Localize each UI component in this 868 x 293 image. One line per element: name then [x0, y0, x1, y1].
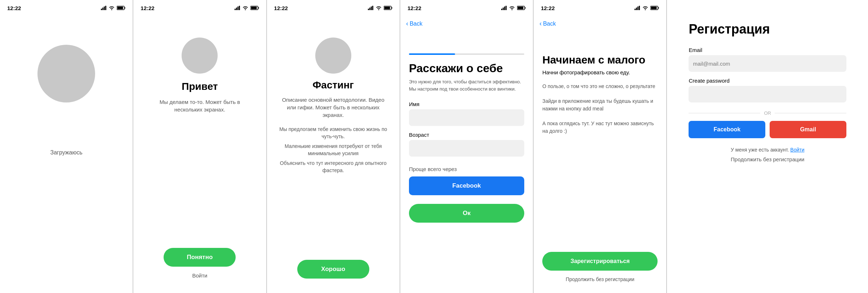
progress-bar-4 [409, 53, 524, 55]
screen-start: 12:22 ‹ Back Начинаем с малого Начни фот… [534, 0, 667, 293]
status-icons-1 [101, 6, 125, 10]
status-time-4: 12:22 [408, 5, 421, 11]
svg-rect-1 [102, 8, 103, 10]
register-button[interactable]: Зарегистрироваться [542, 252, 658, 271]
password-label: Create password [689, 78, 846, 84]
svg-rect-17 [384, 7, 390, 9]
svg-rect-14 [371, 6, 372, 10]
wifi-icon [109, 6, 115, 10]
facebook-button-4[interactable]: Facebook [409, 176, 524, 195]
svg-rect-9 [239, 6, 240, 10]
avatar-loading [37, 45, 95, 102]
back-chevron-icon: ‹ [406, 20, 408, 27]
svg-rect-11 [251, 7, 257, 9]
svg-rect-13 [369, 8, 370, 10]
svg-rect-5 [117, 7, 123, 9]
fasting-bullet-1: Мы предлогаем тебе изменить свою жизнь п… [278, 126, 389, 140]
battery-icon [384, 6, 392, 10]
signal-icon [501, 6, 507, 10]
battery-icon [250, 6, 259, 10]
avatar-privet [182, 38, 218, 74]
back-button-4[interactable]: ‹ Back [406, 20, 423, 27]
avatar-fasting [315, 38, 351, 74]
status-time-5: 12:22 [541, 5, 555, 11]
about-title: Расскажи о себе [409, 62, 524, 75]
svg-rect-26 [637, 6, 638, 10]
svg-rect-29 [651, 7, 657, 9]
login-row: У меня уже есть аккаунт. Войти [689, 147, 846, 153]
status-bar-2: 12:22 [133, 0, 266, 16]
status-bar-1: 12:22 [0, 0, 133, 16]
svg-rect-15 [372, 6, 373, 10]
continue-without-reg-6[interactable]: Продолжить без регистрации [689, 156, 846, 162]
login-link-6[interactable]: Войти [790, 147, 804, 153]
svg-rect-20 [504, 6, 505, 10]
back-button-5[interactable]: ‹ Back [539, 20, 556, 27]
progress-fill-4 [409, 53, 455, 55]
continue-without-reg-5[interactable]: Продолжить без регистрации [542, 276, 658, 282]
or-line-right [775, 113, 846, 113]
svg-rect-2 [104, 6, 105, 10]
proshe-label: Проще всего через [409, 166, 524, 172]
age-input[interactable] [409, 140, 524, 157]
screen-about: 12:22 ‹ Back Расскажи о себе Это нужно д… [400, 0, 533, 293]
svg-rect-7 [236, 8, 237, 10]
back-chevron-icon-5: ‹ [539, 20, 542, 27]
svg-rect-19 [503, 8, 504, 10]
svg-rect-3 [105, 6, 106, 10]
start-body3: А пока оглядись тут. У нас тут можно зав… [542, 120, 658, 135]
status-icons-2 [235, 6, 259, 10]
screen-fasting: 12:22 Фастинг Описание основной методоло… [267, 0, 400, 293]
svg-rect-25 [636, 8, 637, 10]
about-content: Расскажи о себе Это нужно для того, чтоб… [400, 32, 533, 223]
password-input[interactable] [689, 86, 846, 102]
svg-rect-18 [501, 9, 502, 10]
back-label-5: Back [543, 21, 556, 27]
status-time-1: 12:22 [7, 5, 21, 11]
svg-rect-23 [518, 7, 524, 9]
ok-button[interactable]: Ок [409, 204, 524, 223]
age-label: Возраст [409, 132, 524, 138]
start-content: Начинаем с малого Начни фотографировать … [534, 32, 666, 293]
fasting-title: Фастинг [312, 79, 354, 91]
privet-title: Привет [182, 81, 218, 92]
signal-icon [235, 6, 240, 10]
fasting-bullets: Мы предлогаем тебе изменить свою жизнь п… [267, 126, 400, 174]
start-body2: Зайди в приложение когда ты будешь кушат… [542, 97, 658, 113]
status-bar-3: 12:22 [267, 0, 400, 16]
gmail-button[interactable]: Gmail [770, 121, 846, 138]
email-label: Email [689, 47, 846, 53]
start-body1: О пользе, о том что это не сложно, о рез… [542, 83, 658, 90]
status-time-3: 12:22 [274, 5, 288, 11]
khorosho-button[interactable]: Хорошо [297, 260, 369, 279]
status-bar-5: 12:22 [534, 0, 666, 16]
or-row: OR [689, 110, 846, 116]
screen-registration: Регистрация Email Create password OR Fac… [667, 0, 868, 293]
svg-rect-24 [635, 9, 636, 10]
status-icons-5 [635, 6, 659, 10]
or-text: OR [764, 110, 771, 116]
fasting-bullet-3: Объяснить что тут интересного для опытно… [278, 160, 389, 174]
email-input[interactable] [689, 55, 846, 72]
facebook-button-6[interactable]: Facebook [689, 121, 765, 138]
screen-privet: 12:22 Привет Мы делаем то-то. Может быть… [133, 0, 266, 293]
svg-rect-27 [639, 6, 640, 10]
wifi-icon [242, 6, 248, 10]
reg-title: Регистрация [689, 22, 846, 37]
start-subtitle: Начни фотографировать свою еду. [542, 69, 658, 75]
fasting-description: Описание основной методологии. Видео или… [267, 96, 400, 119]
svg-rect-12 [368, 9, 369, 10]
status-icons-4 [501, 6, 526, 10]
about-subtitle: Это нужно для того, чтобы фаститься эффе… [409, 78, 524, 92]
loading-text: Загружаюсь [50, 149, 83, 156]
login-text: У меня уже есть аккаунт. [731, 147, 789, 153]
battery-icon [117, 6, 125, 10]
battery-icon [517, 6, 526, 10]
wifi-icon [376, 6, 382, 10]
status-icons-3 [368, 6, 392, 10]
login-link[interactable]: Войти [192, 272, 207, 279]
back-label-4: Back [410, 21, 423, 27]
status-bar-4: 12:22 [400, 0, 533, 16]
ponyatno-button[interactable]: Понятно [164, 248, 236, 267]
name-input[interactable] [409, 109, 524, 126]
